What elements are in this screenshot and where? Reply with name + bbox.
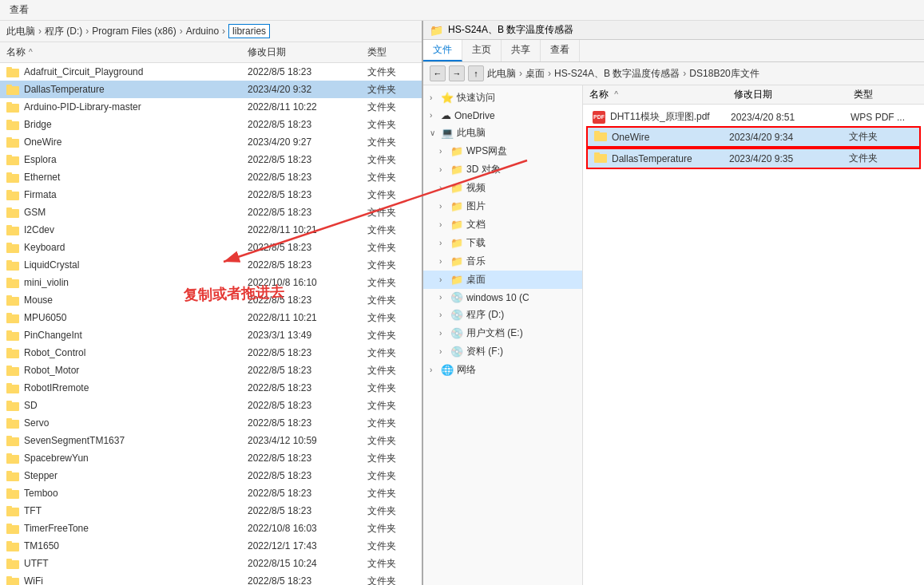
nav-item[interactable]: ›📁WPS网盘 bbox=[423, 142, 582, 160]
nav-back[interactable]: ← bbox=[430, 65, 446, 81]
left-file-row[interactable]: Robot_Control2022/8/5 18:23文件夹 bbox=[0, 344, 422, 362]
ribbon-tab-文件[interactable]: 文件 bbox=[423, 40, 462, 61]
left-file-row[interactable]: Firmata2022/8/5 18:23文件夹 bbox=[0, 186, 422, 204]
left-file-row[interactable]: Ethernet2022/8/5 18:23文件夹 bbox=[0, 168, 422, 186]
svg-rect-17 bbox=[6, 208, 12, 210]
svg-rect-42 bbox=[6, 437, 19, 446]
nav-item[interactable]: ›📁音乐 bbox=[423, 252, 582, 271]
nav-item[interactable]: ›📁下载 bbox=[423, 234, 582, 252]
left-file-row[interactable]: Servo2022/8/5 18:23文件夹 bbox=[0, 414, 422, 432]
nav-item[interactable]: ›💿windows 10 (C bbox=[423, 289, 582, 306]
nav-item[interactable]: ›📁桌面 bbox=[423, 271, 582, 289]
left-file-row[interactable]: UTFT2022/8/15 10:24文件夹 bbox=[0, 555, 422, 572]
menu-view[interactable]: 查看 bbox=[6, 2, 32, 18]
file-date: 2023/4/12 10:59 bbox=[248, 435, 367, 446]
svg-rect-54 bbox=[6, 543, 19, 551]
nav-up[interactable]: ↑ bbox=[468, 65, 484, 81]
left-file-row[interactable]: Mouse2022/8/5 18:23文件夹 bbox=[0, 291, 422, 309]
nav-item[interactable]: ›☁OneDrive bbox=[423, 107, 582, 124]
file-type: 文件夹 bbox=[367, 136, 415, 149]
nav-item[interactable]: ›📁3D 对象 bbox=[423, 160, 582, 179]
col-name-label[interactable]: 名称 bbox=[6, 45, 26, 59]
r-col-name-label[interactable]: 名称 bbox=[589, 89, 609, 100]
svg-rect-22 bbox=[6, 262, 19, 271]
left-file-row[interactable]: WiFi2022/8/5 18:23文件夹 bbox=[0, 572, 422, 585]
svg-rect-20 bbox=[6, 244, 19, 253]
left-file-row[interactable]: SpacebrewYun2022/8/5 18:23文件夹 bbox=[0, 449, 422, 467]
file-type: 文件夹 bbox=[367, 434, 415, 448]
left-file-row[interactable]: Adafruit_Circuit_Playground2022/8/5 18:2… bbox=[0, 63, 422, 81]
left-file-row[interactable]: SD2022/8/5 18:23文件夹 bbox=[0, 397, 422, 414]
file-type: 文件夹 bbox=[367, 188, 415, 202]
left-file-row[interactable]: OneWire2023/4/20 9:27文件夹 bbox=[0, 133, 422, 151]
bc-pc[interactable]: 此电脑 bbox=[6, 25, 35, 38]
bc-sep3: › bbox=[222, 26, 225, 37]
svg-rect-3 bbox=[6, 85, 12, 87]
r-col-type-label[interactable]: 类型 bbox=[854, 88, 918, 101]
nav-item[interactable]: ›💿资料 (F:) bbox=[423, 342, 582, 361]
file-date: 2022/8/5 18:23 bbox=[248, 347, 367, 358]
nav-item[interactable]: ›📁图片 bbox=[423, 197, 582, 215]
col-type-label[interactable]: 类型 bbox=[367, 45, 415, 59]
nav-item-label: 资料 (F:) bbox=[466, 345, 503, 358]
nav-item[interactable]: ›🌐网络 bbox=[423, 361, 582, 379]
nav-item[interactable]: ›💿程序 (D:) bbox=[423, 306, 582, 324]
bc-program[interactable]: 程序 (D:) bbox=[45, 25, 82, 38]
left-file-row[interactable]: MPU60502022/8/11 10:21文件夹 bbox=[0, 309, 422, 326]
right-bc-pc[interactable]: 此电脑 bbox=[487, 67, 516, 81]
folder-icon bbox=[6, 66, 21, 77]
nav-item[interactable]: ›📁文档 bbox=[423, 215, 582, 234]
left-file-row[interactable]: Arduino-PID-Library-master2022/8/11 10:2… bbox=[0, 98, 422, 116]
nav-expand-icon: › bbox=[439, 202, 449, 211]
svg-rect-24 bbox=[6, 279, 19, 288]
ribbon-tab-共享[interactable]: 共享 bbox=[502, 40, 541, 61]
left-file-row[interactable]: TFT2022/8/5 18:23文件夹 bbox=[0, 502, 422, 520]
right-bc-lib[interactable]: DS18B20库文件 bbox=[689, 67, 759, 81]
left-file-row[interactable]: Temboo2022/8/5 18:23文件夹 bbox=[0, 484, 422, 502]
left-file-row[interactable]: DallasTemperature2023/4/20 9:32文件夹 bbox=[0, 81, 422, 98]
nav-forward[interactable]: → bbox=[449, 65, 465, 81]
right-file-row[interactable]: PDFDHT11模块_原理图.pdf2023/4/20 8:51WPS PDF … bbox=[586, 108, 921, 126]
file-date: 2022/12/1 17:43 bbox=[248, 540, 367, 551]
left-file-row[interactable]: TM16502022/12/1 17:43文件夹 bbox=[0, 537, 422, 555]
folder-icon bbox=[6, 558, 21, 569]
left-file-row[interactable]: Keyboard2022/8/5 18:23文件夹 bbox=[0, 239, 422, 256]
nav-item[interactable]: ›📁视频 bbox=[423, 179, 582, 197]
bc-arduino[interactable]: Arduino bbox=[186, 26, 219, 37]
nav-item[interactable]: ∨💻此电脑 bbox=[423, 124, 582, 142]
right-bc-sensor[interactable]: HS-S24A、B 数字温度传感器 bbox=[554, 67, 680, 81]
left-file-row[interactable]: LiquidCrystal2022/8/5 18:23文件夹 bbox=[0, 256, 422, 274]
right-file-row[interactable]: OneWire2023/4/20 9:34文件夹 bbox=[586, 126, 921, 148]
nav-item-label: 图片 bbox=[466, 200, 486, 213]
left-file-row[interactable]: Robot_Motor2022/8/5 18:23文件夹 bbox=[0, 362, 422, 379]
bc-pf86[interactable]: Program Files (x86) bbox=[92, 26, 176, 37]
right-file-row[interactable]: DallasTemperature2023/4/20 9:35文件夹 bbox=[586, 148, 921, 169]
left-file-row[interactable]: TimerFreeTone2022/10/8 16:03文件夹 bbox=[0, 520, 422, 537]
left-file-row[interactable]: SevenSegmentTM16372023/4/12 10:59文件夹 bbox=[0, 432, 422, 449]
file-date: 2022/10/8 16:03 bbox=[248, 523, 367, 534]
left-file-row[interactable]: Esplora2022/8/5 18:23文件夹 bbox=[0, 151, 422, 168]
left-file-row[interactable]: RobotIRremote2022/8/5 18:23文件夹 bbox=[0, 379, 422, 397]
file-name: Robot_Control bbox=[24, 347, 248, 358]
nav-item[interactable]: ›⭐快速访问 bbox=[423, 89, 582, 107]
file-name: Firmata bbox=[24, 189, 248, 200]
right-ribbon: 文件主页共享查看 bbox=[423, 40, 924, 62]
bc-libraries[interactable]: libraries bbox=[228, 24, 270, 38]
left-file-row[interactable]: mini_violin2022/10/8 16:10文件夹 bbox=[0, 274, 422, 291]
file-type: 文件夹 bbox=[367, 504, 415, 518]
left-file-row[interactable]: Bridge2022/8/5 18:23文件夹 bbox=[0, 116, 422, 133]
r-col-date-label[interactable]: 修改日期 bbox=[734, 88, 854, 101]
file-date: 2022/8/5 18:23 bbox=[248, 505, 367, 516]
left-file-row[interactable]: I2Cdev2022/8/11 10:21文件夹 bbox=[0, 221, 422, 239]
right-bc-desktop[interactable]: 桌面 bbox=[525, 67, 545, 81]
folder-icon bbox=[6, 242, 21, 253]
nav-item[interactable]: ›💿用户文档 (E:) bbox=[423, 324, 582, 342]
left-file-row[interactable]: GSM2022/8/5 18:23文件夹 bbox=[0, 204, 422, 221]
ribbon-tab-主页[interactable]: 主页 bbox=[462, 40, 502, 61]
ribbon-tab-查看[interactable]: 查看 bbox=[541, 40, 580, 61]
left-file-row[interactable]: PinChangeInt2023/3/1 13:49文件夹 bbox=[0, 326, 422, 344]
left-file-row[interactable]: Stepper2022/8/5 18:23文件夹 bbox=[0, 467, 422, 484]
nav-item-label: WPS网盘 bbox=[466, 144, 507, 158]
svg-rect-33 bbox=[6, 348, 12, 350]
col-date-label[interactable]: 修改日期 bbox=[248, 45, 367, 59]
